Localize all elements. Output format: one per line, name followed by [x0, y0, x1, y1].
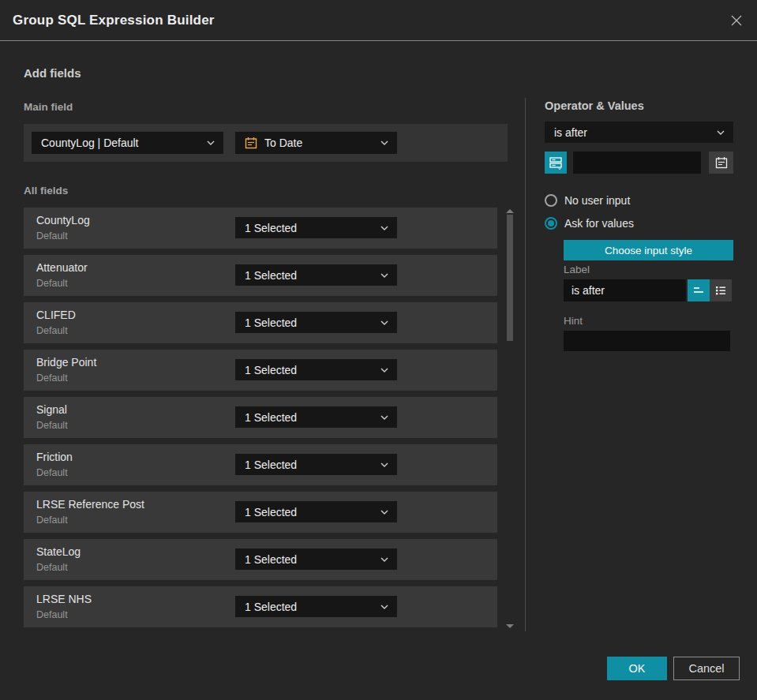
- field-name: Friction: [36, 451, 73, 463]
- field-selection-value: 1 Selected: [245, 316, 297, 329]
- operator-dropdown[interactable]: is after: [545, 122, 733, 143]
- field-selection-value: 1 Selected: [245, 411, 297, 424]
- calendar-icon: [245, 137, 257, 149]
- value-calendar-button[interactable]: [709, 152, 733, 174]
- field-selection-dropdown[interactable]: 1 Selected: [235, 264, 397, 286]
- chevron-down-icon: [380, 415, 388, 420]
- field-row: LRSE Reference Post Default 1 Selected: [24, 492, 497, 533]
- main-date-dropdown-value: To Date: [264, 137, 302, 149]
- operator-values-heading: Operator & Values: [545, 99, 644, 112]
- field-selection-value: 1 Selected: [245, 222, 297, 234]
- operator-dropdown-value: is after: [554, 126, 587, 139]
- field-selection-dropdown[interactable]: 1 Selected: [235, 217, 397, 238]
- dialog-title: Group SQL Expression Builder: [13, 13, 215, 28]
- field-row: StateLog Default 1 Selected: [24, 539, 497, 580]
- label-field-label: Label: [564, 264, 590, 275]
- stacked-values-icon: [549, 155, 563, 170]
- radio-circle-icon: [545, 194, 557, 207]
- input-style-list-button[interactable]: [710, 279, 732, 301]
- scrollbar-up-arrow[interactable]: [506, 209, 514, 213]
- chevron-down-icon: [380, 226, 388, 230]
- ok-button[interactable]: OK: [607, 657, 667, 680]
- value-entry-row: [545, 152, 733, 174]
- field-row: LRSE NHS Default 1 Selected: [24, 586, 497, 627]
- field-source-label: Default: [36, 562, 68, 573]
- close-icon[interactable]: [727, 11, 746, 30]
- field-source-label: Default: [36, 609, 68, 620]
- calendar-icon: [715, 156, 728, 169]
- main-field-dropdown[interactable]: CountyLog | Default: [32, 132, 223, 154]
- hint-input[interactable]: [564, 331, 730, 351]
- group-sql-expression-builder-dialog: Group SQL Expression Builder Add fields …: [0, 0, 757, 700]
- field-name: CLIFED: [36, 309, 76, 321]
- dialog-titlebar: Group SQL Expression Builder: [0, 0, 757, 41]
- radio-no-user-input-label: No user input: [564, 194, 630, 207]
- field-source-label: Default: [36, 372, 68, 384]
- scrollbar-down-arrow[interactable]: [506, 624, 514, 628]
- list-icon: [714, 284, 727, 297]
- chevron-down-icon: [380, 368, 388, 372]
- main-field-label: Main field: [24, 101, 73, 113]
- field-name: Bridge Point: [36, 356, 96, 369]
- field-row: Signal Default 1 Selected: [24, 397, 497, 438]
- chevron-down-icon: [380, 140, 388, 145]
- field-selection-value: 1 Selected: [245, 364, 297, 376]
- field-selection-dropdown[interactable]: 1 Selected: [235, 548, 397, 570]
- field-selection-value: 1 Selected: [245, 459, 297, 471]
- chevron-down-icon: [380, 557, 388, 562]
- main-field-row: CountyLog | Default To Date: [24, 124, 508, 162]
- field-name: CountyLog: [36, 214, 90, 226]
- main-date-dropdown[interactable]: To Date: [235, 132, 397, 154]
- radio-no-user-input[interactable]: No user input: [545, 194, 630, 207]
- radio-selected-icon: [545, 217, 557, 230]
- label-input[interactable]: [564, 279, 686, 301]
- field-source-label: Default: [36, 467, 68, 478]
- field-selection-value: 1 Selected: [245, 269, 297, 282]
- radio-ask-for-values[interactable]: Ask for values: [545, 217, 634, 230]
- field-source-label: Default: [36, 278, 68, 289]
- main-field-dropdown-value: CountyLog | Default: [41, 137, 139, 149]
- chevron-down-icon: [380, 273, 388, 278]
- input-style-single-line-button[interactable]: [688, 279, 710, 301]
- field-source-label: Default: [36, 230, 68, 241]
- chevron-down-icon: [380, 510, 388, 515]
- field-row: CLIFED Default 1 Selected: [24, 302, 497, 343]
- field-selection-dropdown[interactable]: 1 Selected: [235, 454, 397, 475]
- field-name: LRSE NHS: [36, 593, 92, 605]
- field-row: Friction Default 1 Selected: [24, 444, 497, 485]
- field-selection-value: 1 Selected: [245, 506, 297, 518]
- panel-divider: [525, 98, 526, 631]
- chevron-down-icon: [717, 130, 725, 135]
- field-selection-dropdown[interactable]: 1 Selected: [235, 359, 397, 380]
- all-fields-label: All fields: [24, 185, 68, 197]
- field-selection-value: 1 Selected: [245, 601, 297, 613]
- hint-field-label: Hint: [564, 315, 583, 327]
- value-input[interactable]: [573, 152, 701, 174]
- radio-ask-for-values-label: Ask for values: [564, 217, 634, 230]
- field-name: Attenuator: [36, 261, 88, 274]
- chevron-down-icon: [207, 140, 215, 145]
- field-selection-dropdown[interactable]: 1 Selected: [235, 406, 397, 428]
- field-name: Signal: [36, 403, 67, 416]
- field-selection-dropdown[interactable]: 1 Selected: [235, 501, 397, 522]
- field-source-label: Default: [36, 420, 68, 431]
- chevron-down-icon: [380, 605, 388, 609]
- add-fields-heading: Add fields: [24, 66, 81, 80]
- field-name: StateLog: [36, 545, 81, 558]
- scrollbar-thumb[interactable]: [507, 215, 513, 341]
- field-source-label: Default: [36, 325, 68, 336]
- chevron-down-icon: [380, 462, 388, 467]
- field-selection-dropdown[interactable]: 1 Selected: [235, 596, 397, 617]
- field-row: CountyLog Default 1 Selected: [24, 208, 497, 249]
- field-selection-dropdown[interactable]: 1 Selected: [235, 312, 397, 333]
- field-row: Bridge Point Default 1 Selected: [24, 350, 497, 391]
- choose-input-style-button[interactable]: Choose input style: [564, 240, 733, 260]
- field-source-label: Default: [36, 515, 68, 526]
- align-left-icon: [692, 284, 705, 297]
- field-name: LRSE Reference Post: [36, 498, 144, 511]
- field-row: Attenuator Default 1 Selected: [24, 255, 497, 296]
- chevron-down-icon: [380, 320, 388, 325]
- value-type-picker-button[interactable]: [545, 152, 567, 174]
- field-selection-value: 1 Selected: [245, 553, 297, 566]
- cancel-button[interactable]: Cancel: [673, 657, 740, 680]
